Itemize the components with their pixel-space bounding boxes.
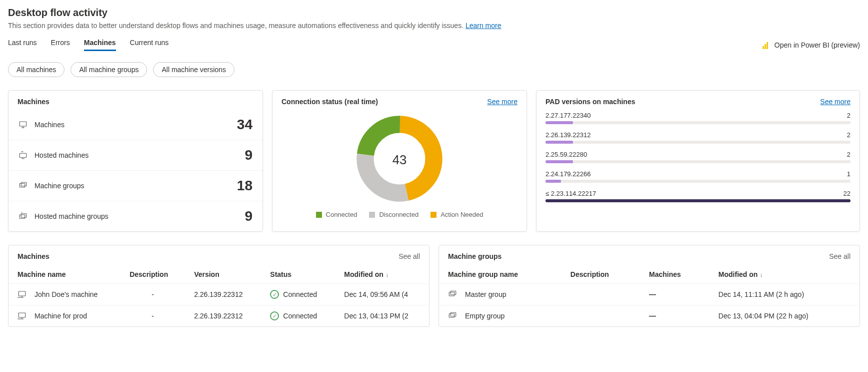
svg-rect-17 [449,314,454,318]
pad-version-row[interactable]: ≤ 2.23.114.2221722 [536,188,860,207]
groups-table: Machine group name Description Machines … [439,265,860,326]
donut-legend: Connected Disconnected Action Needed [272,209,526,218]
groups-see-all-link[interactable]: See all [829,252,850,260]
col-group-name[interactable]: Machine group name [439,265,562,284]
filter-all-groups[interactable]: All machine groups [70,62,147,77]
metric-row-hosted-machines[interactable]: Hosted machines 9 [8,140,262,170]
group-machines: — [640,305,710,327]
pad-bar [546,160,850,163]
tab-machines[interactable]: Machines [84,39,116,51]
pad-version-row[interactable]: 2.27.177.223402 [536,110,860,129]
tab-errors[interactable]: Errors [51,39,70,51]
legend-disconnected: Disconnected [369,211,418,218]
svg-rect-18 [450,312,456,316]
legend-action: Action Needed [430,211,483,218]
filter-all-versions[interactable]: All machine versions [153,62,234,77]
col-group-modified[interactable]: Modified on↓ [710,265,860,284]
pad-version-count: 22 [844,190,850,197]
pad-bar [546,141,850,144]
page-subtitle: This section provides data to better und… [8,22,860,30]
machine-desc: - [120,284,185,305]
filter-all-machines[interactable]: All machines [8,62,64,77]
power-bi-icon [762,41,770,49]
cloud-monitor-icon [18,151,28,160]
pad-version-row[interactable]: 2.26.139.223122 [536,129,860,149]
tabs: Last runs Errors Machines Current runs [8,39,168,51]
pad-bar [546,121,850,124]
svg-rect-7 [20,215,25,219]
group-modified: Dec 14, 11:11 AM (2 h ago) [710,284,860,305]
pad-version-row[interactable]: 2.24.179.222661 [536,168,860,188]
pad-version-label: 2.25.59.22280 [546,151,587,158]
machines-see-all-link[interactable]: See all [398,252,420,260]
col-status[interactable]: Status [261,265,335,284]
learn-more-link[interactable]: Learn more [466,22,502,30]
table-row[interactable]: John Doe's machine - 2.26.139.22312 ✓Con… [8,284,429,305]
metric-label: Machines [34,121,64,129]
monitor-icon [18,120,28,129]
legend-connected: Connected [316,211,358,218]
pad-bar [546,199,850,202]
connection-card-title: Connection status (real time) [282,98,378,106]
group-name: Empty group [465,312,504,320]
pad-version-row[interactable]: 2.25.59.222802 [536,149,860,168]
monitor-icon [18,311,26,320]
svg-rect-3 [20,153,26,157]
power-bi-label: Open in Power BI (preview) [774,41,860,49]
col-modified[interactable]: Modified on↓ [335,265,429,284]
metric-value: 34 [237,117,252,133]
table-row[interactable]: Empty group — Dec 13, 04:04 PM (22 h ago… [439,305,860,327]
metric-label: Hosted machines [34,151,88,159]
metric-value: 9 [244,208,252,224]
table-row[interactable]: Machine for prod - 2.26.139.22312 ✓Conne… [8,305,429,327]
connection-status-card: Connection status (real time) See more 4… [272,90,527,232]
col-name[interactable]: Machine name [8,265,120,284]
svg-rect-12 [18,313,26,317]
machine-version: 2.26.139.22312 [185,284,261,305]
table-row[interactable]: Master group — Dec 14, 11:11 AM (2 h ago… [439,284,860,305]
pad-version-count: 2 [847,112,850,119]
machine-group-icon [448,311,457,320]
metric-row-hosted-groups[interactable]: Hosted machine groups 9 [8,201,262,231]
sort-down-icon: ↓ [386,271,388,278]
metric-value: 18 [237,178,252,194]
connection-see-more-link[interactable]: See more [487,98,518,106]
tab-last-runs[interactable]: Last runs [8,39,37,51]
sort-down-icon: ↓ [760,271,762,278]
machine-name: Machine for prod [34,312,87,320]
group-machines: — [640,284,710,305]
tab-current-runs[interactable]: Current runs [130,39,169,51]
col-group-desc[interactable]: Description [562,265,640,284]
col-desc[interactable]: Description [120,265,185,284]
monitor-icon [18,290,26,299]
metric-row-machines[interactable]: Machines 34 [8,110,262,140]
groups-table-title: Machine groups [448,252,502,260]
pad-version-count: 1 [847,170,850,178]
metric-value: 9 [244,147,252,163]
svg-rect-0 [20,122,26,126]
col-ver[interactable]: Version [185,265,261,284]
pad-version-label: 2.27.177.22340 [546,112,590,119]
filter-chips: All machines All machine groups All mach… [8,62,860,77]
metric-label: Machine groups [34,182,84,190]
pad-see-more-link[interactable]: See more [820,98,850,106]
check-circle-icon: ✓ [270,311,279,320]
machines-metrics-card: Machines Machines 34 Hosted machines 9 [8,90,263,232]
metric-row-machine-groups[interactable]: Machine groups 18 [8,170,262,201]
donut-chart: 43 [272,110,526,209]
machine-name: John Doe's machine [34,290,98,298]
col-group-machines[interactable]: Machines [640,265,710,284]
pad-card-title: PAD versions on machines [546,98,635,106]
machine-status: Connected [283,312,317,320]
svg-rect-16 [450,291,456,295]
machines-table-card: Machines See all Machine name Descriptio… [8,245,430,327]
donut-center-value: 43 [392,153,407,167]
pad-versions-card: PAD versions on machines See more 2.27.1… [536,90,860,232]
pad-bar [546,180,850,183]
groups-table-card: Machine groups See all Machine group nam… [438,245,860,327]
open-power-bi-link[interactable]: Open in Power BI (preview) [762,41,860,49]
machines-card-title: Machines [18,98,50,106]
pad-version-label: 2.24.179.22266 [546,170,590,178]
svg-rect-9 [18,291,26,296]
group-modified: Dec 13, 04:04 PM (22 h ago) [710,305,860,327]
